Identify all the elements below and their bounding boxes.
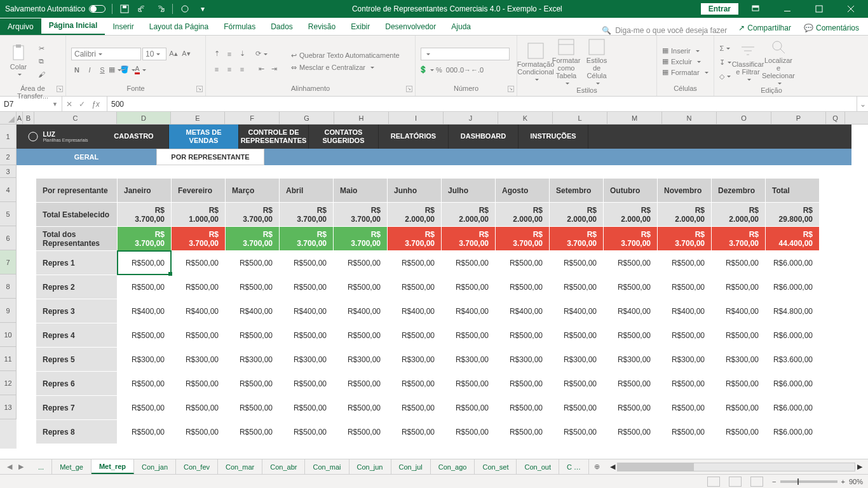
sheet-tab-con_set[interactable]: Con_set: [475, 459, 517, 474]
table-cell[interactable]: R$400,00: [604, 299, 658, 323]
row-header-9[interactable]: 9: [0, 299, 17, 323]
tab-ajuda[interactable]: Ajuda: [444, 18, 478, 35]
table-cell[interactable]: R$4.800,00: [766, 299, 820, 323]
table-cell[interactable]: R$500,00: [388, 396, 442, 420]
col-header-M[interactable]: M: [607, 112, 662, 124]
formula-bar[interactable]: 500: [107, 97, 857, 111]
fill-color-icon[interactable]: 🪣: [122, 64, 133, 76]
minimize-button[interactable]: [773, 0, 802, 18]
table-cell[interactable]: R$400,00: [442, 299, 496, 323]
table-cell[interactable]: R$ 3.700,00: [712, 227, 766, 251]
font-color-icon[interactable]: A: [135, 64, 146, 76]
table-cell[interactable]: R$500,00: [712, 396, 766, 420]
table-cell[interactable]: R$6.000,00: [766, 372, 820, 396]
table-cell[interactable]: R$500,00: [496, 251, 550, 275]
table-cell[interactable]: R$500,00: [658, 275, 712, 299]
zoom-level[interactable]: 90%: [849, 478, 863, 485]
table-cell[interactable]: R$6.000,00: [766, 323, 820, 348]
percent-icon[interactable]: %: [433, 64, 445, 76]
tab-fórmulas[interactable]: Fórmulas: [216, 18, 263, 35]
table-cell[interactable]: R$500,00: [226, 396, 280, 420]
table-cell[interactable]: R$400,00: [280, 299, 334, 323]
table-cell[interactable]: R$ 2.000,00: [388, 203, 442, 227]
comments-button[interactable]: 💬Comentários: [797, 21, 865, 35]
sheet-tab-con_ago[interactable]: Con_ago: [431, 459, 475, 474]
zoom-slider[interactable]: [780, 480, 837, 483]
table-cell[interactable]: R$ 2.000,00: [550, 203, 604, 227]
table-cell[interactable]: R$500,00: [604, 251, 658, 275]
insert-cells-button[interactable]: ▦Inserir: [662, 46, 709, 55]
clear-icon[interactable]: ◇: [719, 71, 731, 82]
table-cell[interactable]: R$ 3.700,00: [334, 203, 388, 227]
nav-relatórios[interactable]: RELATÓRIOS: [379, 125, 449, 149]
delete-cells-button[interactable]: ▦Excluir: [662, 57, 709, 65]
qat-customize-icon[interactable]: ▾: [197, 3, 208, 15]
cancel-formula-icon[interactable]: ✕: [66, 100, 72, 109]
page-layout-view-icon[interactable]: [729, 477, 742, 487]
subtab-por-representante[interactable]: POR REPRESENTANTE: [156, 149, 264, 165]
table-cell[interactable]: R$500,00: [172, 372, 226, 396]
table-cell[interactable]: R$400,00: [334, 299, 388, 323]
nav-instruções[interactable]: INSTRUÇÕES: [519, 125, 588, 149]
table-cell[interactable]: R$ 3.700,00: [280, 203, 334, 227]
table-cell[interactable]: R$ 3.700,00: [658, 227, 712, 251]
table-cell[interactable]: R$500,00: [658, 372, 712, 396]
dialog-launcher-icon[interactable]: ↘: [196, 86, 203, 92]
table-cell[interactable]: R$500,00: [712, 251, 766, 275]
table-cell[interactable]: R$500,00: [118, 323, 172, 348]
col-header-H[interactable]: H: [334, 112, 389, 124]
table-cell[interactable]: R$ 3.700,00: [280, 227, 334, 251]
paste-button[interactable]: Colar: [5, 44, 32, 79]
font-name-select[interactable]: Calibri: [71, 48, 141, 60]
table-cell[interactable]: R$ 44.400,00: [766, 227, 820, 251]
tab-layout-da-página[interactable]: Layout da Página: [142, 18, 216, 35]
table-cell[interactable]: R$500,00: [388, 275, 442, 299]
increase-decimal-icon[interactable]: .0→: [459, 64, 470, 76]
share-button[interactable]: ↗Compartilhar: [732, 21, 797, 35]
shrink-font-icon[interactable]: A▾: [180, 48, 192, 60]
row-header-1[interactable]: 1: [0, 125, 17, 149]
table-cell[interactable]: R$ 3.700,00: [442, 227, 496, 251]
sheet-nav-next-icon[interactable]: ▶: [17, 463, 25, 471]
table-cell[interactable]: R$6.000,00: [766, 251, 820, 275]
table-cell[interactable]: R$ 3.700,00: [226, 203, 280, 227]
page-break-view-icon[interactable]: [750, 477, 763, 487]
col-header-D[interactable]: D: [117, 112, 171, 124]
autosave-toggle[interactable]: Salvamento Automático: [5, 4, 105, 13]
wrap-text-button[interactable]: ↩Quebrar Texto Automaticamente: [291, 51, 400, 60]
table-cell[interactable]: R$500,00: [712, 275, 766, 299]
dialog-launcher-icon[interactable]: ↘: [508, 86, 514, 92]
table-cell[interactable]: R$500,00: [280, 323, 334, 348]
col-header-I[interactable]: I: [389, 112, 444, 124]
table-cell[interactable]: R$500,00: [442, 323, 496, 348]
table-cell[interactable]: R$3.600,00: [766, 348, 820, 372]
dialog-launcher-icon[interactable]: ↘: [57, 86, 63, 92]
table-cell[interactable]: R$ 2.000,00: [658, 203, 712, 227]
scroll-left-icon[interactable]: ◀: [608, 463, 617, 471]
table-cell[interactable]: R$500,00: [172, 396, 226, 420]
table-cell[interactable]: R$500,00: [118, 275, 172, 299]
tab-exibir[interactable]: Exibir: [343, 18, 377, 35]
sheet-tab-con_mai[interactable]: Con_mai: [305, 459, 349, 474]
table-cell[interactable]: R$500,00: [226, 275, 280, 299]
align-center-icon[interactable]: ≡: [224, 64, 235, 75]
row-header-2[interactable]: 2: [0, 149, 17, 165]
table-cell[interactable]: R$500,00: [172, 323, 226, 348]
table-cell[interactable]: R$6.000,00: [766, 396, 820, 420]
fx-icon[interactable]: ƒx: [92, 100, 103, 109]
find-select-button[interactable]: Localizar e Selecionar: [765, 38, 792, 86]
tell-me-search[interactable]: 🔍 Diga-me o que você deseja fazer: [597, 26, 732, 35]
col-header-Q[interactable]: Q: [826, 112, 845, 124]
nav-contatos-sugeridos[interactable]: CONTATOS SUGERIDOS: [309, 125, 379, 149]
row-header-8[interactable]: 8: [0, 274, 17, 299]
sheet-nav-prev-icon[interactable]: ◀: [5, 463, 14, 471]
table-cell[interactable]: R$500,00: [280, 372, 334, 396]
accounting-format-icon[interactable]: 💲: [421, 64, 432, 76]
table-cell[interactable]: R$500,00: [334, 396, 388, 420]
table-cell[interactable]: R$500,00: [118, 251, 172, 275]
decrease-decimal-icon[interactable]: ←.0: [471, 64, 483, 76]
redo-icon[interactable]: [154, 3, 166, 15]
table-cell[interactable]: R$ 2.000,00: [496, 203, 550, 227]
table-cell[interactable]: R$500,00: [334, 372, 388, 396]
row-header-12[interactable]: 12: [0, 371, 17, 395]
